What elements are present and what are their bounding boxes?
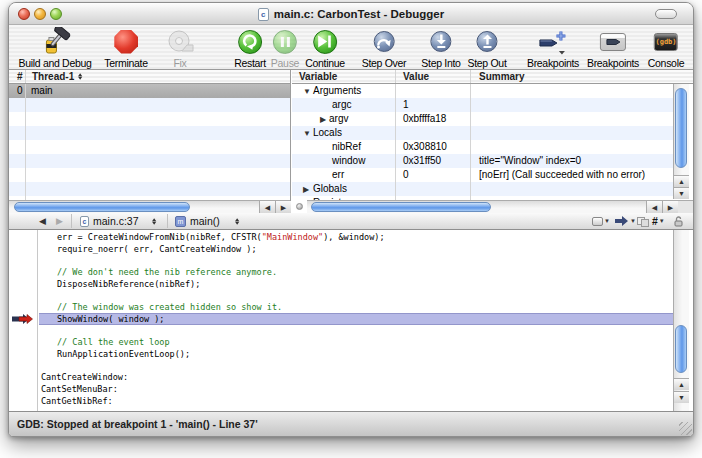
disclosure-triangle-icon[interactable]: ▼: [303, 87, 311, 96]
scroll-down-button[interactable]: ▼: [674, 391, 689, 403]
restart-icon: [234, 27, 266, 56]
thread-header[interactable]: # Thread-1: [9, 70, 290, 84]
variable-row-nibref[interactable]: nibRef0x308810: [292, 140, 674, 154]
variables-hscrollbar[interactable]: ◀ ▶: [307, 200, 693, 213]
source-code[interactable]: err = CreateWindowFromNib(nibRef, CFSTR(…: [41, 232, 385, 407]
toolbar-item-build-and-debug[interactable]: Build and Debug: [18, 27, 91, 69]
thread-row-empty[interactable]: [9, 154, 290, 168]
scroll-up-button[interactable]: ▲: [674, 175, 689, 187]
variable-summary: [noErr] (Call succeeded with no error): [479, 169, 645, 180]
thread-row-empty[interactable]: [9, 112, 290, 126]
debug-panes: # Thread-1 0main ◀ ▶ Variable Value Summ…: [9, 70, 693, 213]
toolbar-item-breakpoints[interactable]: Breakpoints: [587, 27, 639, 69]
col-value[interactable]: Value: [403, 71, 429, 82]
code-line: err = CreateWindowFromNib(nibRef, CFSTR(…: [41, 232, 385, 244]
toolbar-item-label: Restart: [234, 57, 266, 69]
status-text: GDB: Stopped at breakpoint 1 - 'main() -…: [17, 418, 258, 430]
toolbar-item-step-out[interactable]: Step Out: [467, 27, 506, 69]
toolbar-item-label: Console: [648, 57, 684, 69]
gdb-console-icon: (gdb): [648, 27, 684, 56]
disclosure-triangle-icon[interactable]: ▶: [320, 115, 326, 124]
variable-name: Globals: [313, 183, 347, 194]
breakpoint-add-icon: [527, 27, 579, 56]
toolbar-item-console[interactable]: (gdb)Console: [648, 27, 684, 69]
toolbar-item-continue[interactable]: Continue: [305, 27, 345, 69]
thread-func: main: [31, 85, 53, 96]
variable-row-argv[interactable]: ▶argv0xbffffa18: [292, 112, 674, 126]
hscroll-thumb[interactable]: [311, 202, 491, 212]
toolbar-item-label: Breakpoints: [587, 57, 639, 69]
file-popup[interactable]: c main.c:37: [80, 214, 158, 228]
variable-row-arguments[interactable]: ▼Arguments: [292, 84, 674, 98]
thread-rows: 0main: [9, 84, 290, 200]
col-variable[interactable]: Variable: [299, 71, 337, 82]
toolbar-item-restart[interactable]: Restart: [234, 27, 266, 69]
hscroll-thumb[interactable]: [14, 202, 190, 212]
variable-row-locals[interactable]: ▼Locals: [292, 126, 674, 140]
counterparts-icon[interactable]: [637, 214, 649, 228]
toolbar-toggle-pill[interactable]: [655, 9, 677, 19]
toolbar-item-label: Step Out: [467, 57, 506, 69]
variable-row-window[interactable]: window0x31ff50title="Window" index=0: [292, 154, 674, 168]
variable-value: 1: [403, 99, 409, 110]
toolbar-item-fix[interactable]: Fix: [166, 27, 194, 69]
line-menu-icon[interactable]: #▼: [652, 214, 665, 228]
title-bar[interactable]: cmain.c: CarbonTest - Debugger: [9, 3, 693, 25]
code-editor[interactable]: err = CreateWindowFromNib(nibRef, CFSTR(…: [9, 230, 693, 411]
back-button[interactable]: ◀: [39, 214, 46, 228]
thread-hscrollbar[interactable]: ◀ ▶: [9, 200, 290, 213]
toolbar-item-pause[interactable]: Pause: [271, 27, 299, 69]
scroll-up-button[interactable]: ▲: [674, 378, 689, 390]
thread-row-empty[interactable]: [9, 168, 290, 182]
toolbar-item-label: Build and Debug: [18, 57, 91, 69]
status-bar: GDB: Stopped at breakpoint 1 - 'main() -…: [9, 411, 693, 436]
variable-name: err: [332, 169, 344, 180]
continue-icon: [305, 27, 345, 56]
toolbar-item-label: Fix: [166, 57, 194, 69]
forward-button[interactable]: ▶: [56, 214, 63, 228]
variable-row-globals[interactable]: ▶Globals: [292, 182, 674, 196]
toolbar-item-label: Step Over: [362, 57, 407, 69]
bookmarks-menu-icon[interactable]: ▼: [592, 214, 610, 228]
toolbar-item-label: Pause: [271, 57, 299, 69]
splitter-dimple[interactable]: [296, 203, 303, 210]
editor-vscrollbar[interactable]: ▲ ▼: [673, 230, 689, 411]
code-line: CantGetNibRef:: [41, 396, 385, 408]
toolbar-item-breakpoints[interactable]: Breakpoints: [527, 27, 579, 69]
variables-header[interactable]: Variable Value Summary: [292, 70, 693, 84]
vscroll-thumb[interactable]: [675, 88, 687, 168]
function-popup[interactable]: m main(): [175, 214, 241, 228]
toolbar-item-step-into[interactable]: Step Into: [421, 27, 460, 69]
variables-vscrollbar[interactable]: ▲ ▼: [673, 84, 689, 199]
thread-row-empty[interactable]: [9, 140, 290, 154]
resize-grip[interactable]: [679, 422, 692, 435]
document-icon: c: [258, 8, 269, 21]
variable-row-argc[interactable]: argc1: [292, 98, 674, 112]
variable-row-err[interactable]: err0[noErr] (Call succeeded with no erro…: [292, 168, 674, 182]
program-counter-breakpoint-icon[interactable]: [12, 314, 38, 324]
thread-row-empty[interactable]: [9, 98, 290, 112]
function-icon: m: [175, 216, 186, 227]
thread-row-empty[interactable]: [9, 126, 290, 140]
thread-row-empty[interactable]: [9, 182, 290, 196]
disclosure-triangle-icon[interactable]: ▼: [303, 129, 311, 138]
lock-icon[interactable]: [674, 214, 683, 228]
popup-arrows-icon: [152, 218, 157, 224]
variable-summary: title="Window" index=0: [479, 155, 581, 166]
col-thread[interactable]: Thread-1: [32, 71, 84, 82]
disclosure-triangle-icon[interactable]: ▶: [303, 185, 309, 194]
toolbar: Build and DebugTerminateFixRestartPauseC…: [9, 25, 693, 70]
breakpoint-menu-icon[interactable]: ▼: [615, 214, 636, 228]
vscroll-thumb[interactable]: [675, 325, 687, 373]
function-popup-label: main(): [190, 215, 220, 227]
variable-value: 0xbffffa18: [403, 113, 446, 124]
scroll-down-button[interactable]: ▼: [674, 187, 689, 199]
pause-icon: [271, 27, 299, 56]
thread-row-selected[interactable]: 0main: [9, 84, 290, 98]
col-summary[interactable]: Summary: [479, 71, 525, 82]
code-line: [41, 290, 385, 302]
col-num[interactable]: #: [17, 71, 23, 82]
toolbar-item-step-over[interactable]: Step Over: [362, 27, 407, 69]
toolbar-item-terminate[interactable]: Terminate: [104, 27, 147, 69]
step-out-icon: [467, 27, 506, 56]
